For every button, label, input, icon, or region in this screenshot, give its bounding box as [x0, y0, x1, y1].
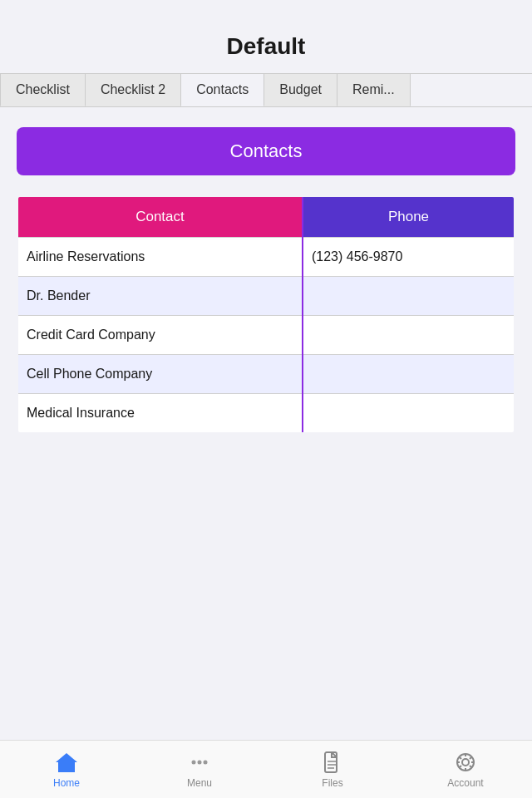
tab-contacts[interactable]: Contacts: [181, 74, 264, 106]
contacts-banner: Contacts: [17, 127, 515, 175]
table-header-phone: Phone: [303, 196, 515, 238]
table-row[interactable]: Airline Reservations(123) 456-9870: [17, 238, 515, 277]
contact-phone: [303, 316, 515, 355]
table-row[interactable]: Credit Card Company: [17, 316, 515, 355]
account-icon: [453, 751, 478, 774]
contacts-table: Contact Phone Airline Reservations(123) …: [17, 195, 515, 434]
contact-phone: (123) 456-9870: [303, 238, 515, 277]
tab-budget[interactable]: Budget: [264, 74, 337, 106]
nav-files-label: Files: [322, 777, 342, 789]
svg-line-17: [470, 756, 471, 758]
top-tab-bar: Checklist Checklist 2 Contacts Budget Re…: [0, 73, 532, 107]
svg-line-18: [460, 766, 461, 767]
tab-checklist2[interactable]: Checklist 2: [86, 74, 181, 106]
tab-reminders[interactable]: Remi...: [337, 74, 411, 106]
files-icon: [320, 751, 345, 774]
contact-name: Cell Phone Company: [17, 355, 303, 394]
nav-home[interactable]: Home: [0, 741, 133, 798]
table-row[interactable]: Cell Phone Company: [17, 355, 515, 394]
nav-files[interactable]: Files: [266, 741, 399, 798]
table-row[interactable]: Medical Insurance: [17, 394, 515, 434]
nav-account-label: Account: [447, 777, 483, 789]
header: Default: [0, 0, 532, 73]
nav-home-label: Home: [53, 777, 80, 789]
nav-menu-label: Menu: [187, 777, 212, 789]
page-title: Default: [227, 33, 306, 59]
svg-line-15: [460, 756, 461, 758]
contact-phone: [303, 394, 515, 434]
contact-name: Medical Insurance: [17, 394, 303, 434]
nav-menu[interactable]: Menu: [133, 741, 266, 798]
nav-account[interactable]: Account: [399, 741, 532, 798]
svg-line-16: [470, 766, 471, 767]
svg-point-10: [462, 759, 469, 766]
main-content: Contacts Contact Phone Airline Reservati…: [0, 107, 532, 742]
svg-point-4: [204, 760, 208, 764]
contact-phone: [303, 277, 515, 316]
bottom-nav: Home Menu Files: [0, 740, 532, 798]
svg-point-3: [198, 760, 202, 764]
table-row[interactable]: Dr. Bender: [17, 277, 515, 316]
svg-rect-1: [63, 766, 70, 772]
contact-phone: [303, 355, 515, 394]
svg-point-2: [192, 760, 196, 764]
tab-checklist[interactable]: Checklist: [0, 74, 86, 106]
table-header-contact: Contact: [17, 196, 303, 238]
menu-icon: [187, 751, 212, 774]
contact-name: Credit Card Company: [17, 316, 303, 355]
contact-name: Dr. Bender: [17, 277, 303, 316]
contacts-banner-text: Contacts: [230, 140, 303, 161]
home-icon: [54, 751, 79, 774]
contact-name: Airline Reservations: [17, 238, 303, 277]
